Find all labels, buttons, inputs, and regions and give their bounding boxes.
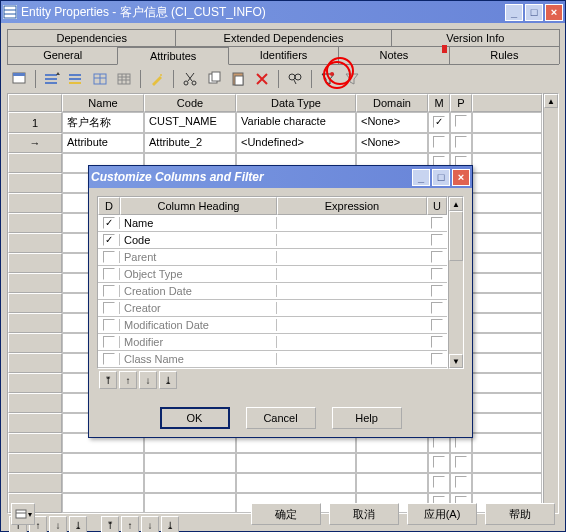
- dialog-maximize-button[interactable]: □: [432, 169, 450, 186]
- add-row-icon[interactable]: [66, 69, 86, 89]
- u-checkbox[interactable]: [431, 217, 443, 229]
- dlg-col-d[interactable]: D: [98, 197, 120, 215]
- wizard-icon[interactable]: [147, 69, 167, 89]
- u-checkbox[interactable]: [431, 353, 443, 365]
- col-name[interactable]: Name: [62, 94, 144, 112]
- cancel-button[interactable]: 取消: [329, 503, 399, 525]
- list-item[interactable]: Creation Date: [98, 283, 447, 300]
- more-button[interactable]: ▾: [11, 503, 35, 525]
- display-checkbox[interactable]: [103, 251, 115, 263]
- list-item[interactable]: Object Type: [98, 266, 447, 283]
- display-checkbox[interactable]: [103, 285, 115, 297]
- u-checkbox[interactable]: [431, 285, 443, 297]
- m-checkbox[interactable]: [433, 136, 445, 148]
- col-datatype[interactable]: Data Type: [236, 94, 356, 112]
- tab-general[interactable]: General: [7, 46, 118, 64]
- scroll-thumb[interactable]: [449, 211, 463, 261]
- tab-dependencies[interactable]: Dependencies: [7, 29, 176, 46]
- close-button[interactable]: ×: [545, 4, 563, 21]
- row-header-corner[interactable]: [8, 94, 62, 112]
- display-checkbox[interactable]: [103, 302, 115, 314]
- delete-icon[interactable]: [252, 69, 272, 89]
- minimize-button[interactable]: _: [505, 4, 523, 21]
- list-item[interactable]: Class Name: [98, 351, 447, 368]
- col-code[interactable]: Code: [144, 94, 236, 112]
- row-indicator[interactable]: →: [8, 133, 62, 153]
- cut-icon[interactable]: [180, 69, 200, 89]
- col-domain[interactable]: Domain: [356, 94, 428, 112]
- list-item[interactable]: Creator: [98, 300, 447, 317]
- maximize-button[interactable]: □: [525, 4, 543, 21]
- dlg-nav-last-icon[interactable]: ⤓: [159, 371, 177, 389]
- dialog-ok-button[interactable]: OK: [160, 407, 230, 429]
- ok-button[interactable]: 确定: [251, 503, 321, 525]
- paste-icon[interactable]: [228, 69, 248, 89]
- display-checkbox[interactable]: [103, 353, 115, 365]
- scroll-up-icon[interactable]: ▲: [544, 94, 558, 108]
- table-row[interactable]: [8, 453, 542, 473]
- scroll-down-icon[interactable]: ▼: [449, 354, 463, 368]
- p-checkbox[interactable]: [455, 136, 467, 148]
- p-checkbox[interactable]: [455, 115, 467, 127]
- dlg-nav-first-icon[interactable]: ⤒: [99, 371, 117, 389]
- table-row[interactable]: [8, 473, 542, 493]
- customize-filter-icon[interactable]: [318, 69, 338, 89]
- dlg-col-expr[interactable]: Expression: [277, 197, 427, 215]
- dialog-scrollbar[interactable]: ▲ ▼: [448, 196, 464, 369]
- tab-notes[interactable]: Notes: [338, 46, 449, 64]
- svg-rect-9: [69, 78, 81, 80]
- dialog-close-button[interactable]: ×: [452, 169, 470, 186]
- m-checkbox[interactable]: [433, 116, 445, 128]
- dialog-minimize-button[interactable]: _: [412, 169, 430, 186]
- dialog-cancel-button[interactable]: Cancel: [246, 407, 316, 429]
- help-button[interactable]: 帮助: [485, 503, 555, 525]
- display-checkbox[interactable]: [103, 336, 115, 348]
- dlg-nav-down-icon[interactable]: ↓: [139, 371, 157, 389]
- table-row[interactable]: → Attribute Attribute_2 <Undefined> <Non…: [8, 133, 542, 153]
- vertical-scrollbar[interactable]: ▲: [543, 93, 559, 514]
- tab-version-info[interactable]: Version Info: [391, 29, 560, 46]
- nav-down-icon[interactable]: ↓: [49, 516, 67, 532]
- list-item[interactable]: Modification Date: [98, 317, 447, 334]
- find-icon[interactable]: [285, 69, 305, 89]
- nav-up2-icon[interactable]: ↑: [121, 516, 139, 532]
- dlg-col-heading[interactable]: Column Heading: [120, 197, 277, 215]
- u-checkbox[interactable]: [431, 302, 443, 314]
- nav-down2-icon[interactable]: ↓: [141, 516, 159, 532]
- scroll-up-icon[interactable]: ▲: [449, 197, 463, 211]
- display-checkbox[interactable]: [103, 217, 115, 229]
- filter-icon[interactable]: [342, 69, 362, 89]
- dlg-col-u[interactable]: U: [427, 197, 447, 215]
- apply-button[interactable]: 应用(A): [407, 503, 477, 525]
- list-item[interactable]: Name: [98, 215, 447, 232]
- nav-first2-icon[interactable]: ⤒: [101, 516, 119, 532]
- col-m[interactable]: M: [428, 94, 450, 112]
- properties-icon[interactable]: [9, 69, 29, 89]
- grid-icon[interactable]: [114, 69, 134, 89]
- tab-identifiers[interactable]: Identifiers: [228, 46, 339, 64]
- list-item[interactable]: Code: [98, 232, 447, 249]
- table-icon[interactable]: [90, 69, 110, 89]
- u-checkbox[interactable]: [431, 336, 443, 348]
- tab-extended-dependencies[interactable]: Extended Dependencies: [175, 29, 391, 46]
- u-checkbox[interactable]: [431, 251, 443, 263]
- copy-icon[interactable]: [204, 69, 224, 89]
- dlg-nav-up-icon[interactable]: ↑: [119, 371, 137, 389]
- display-checkbox[interactable]: [103, 234, 115, 246]
- list-item[interactable]: Parent: [98, 249, 447, 266]
- u-checkbox[interactable]: [431, 319, 443, 331]
- display-checkbox[interactable]: [103, 268, 115, 280]
- nav-last-icon[interactable]: ⤓: [69, 516, 87, 532]
- row-index[interactable]: 1: [8, 112, 62, 133]
- display-checkbox[interactable]: [103, 319, 115, 331]
- insert-row-icon[interactable]: [42, 69, 62, 89]
- tab-rules[interactable]: Rules: [449, 46, 560, 64]
- u-checkbox[interactable]: [431, 268, 443, 280]
- nav-last2-icon[interactable]: ⤓: [161, 516, 179, 532]
- col-p[interactable]: P: [450, 94, 472, 112]
- tab-attributes[interactable]: Attributes: [117, 47, 228, 65]
- u-checkbox[interactable]: [431, 234, 443, 246]
- dialog-help-button[interactable]: Help: [332, 407, 402, 429]
- table-row[interactable]: 1 客户名称 CUST_NAME Variable characte <None…: [8, 112, 542, 133]
- list-item[interactable]: Modifier: [98, 334, 447, 351]
